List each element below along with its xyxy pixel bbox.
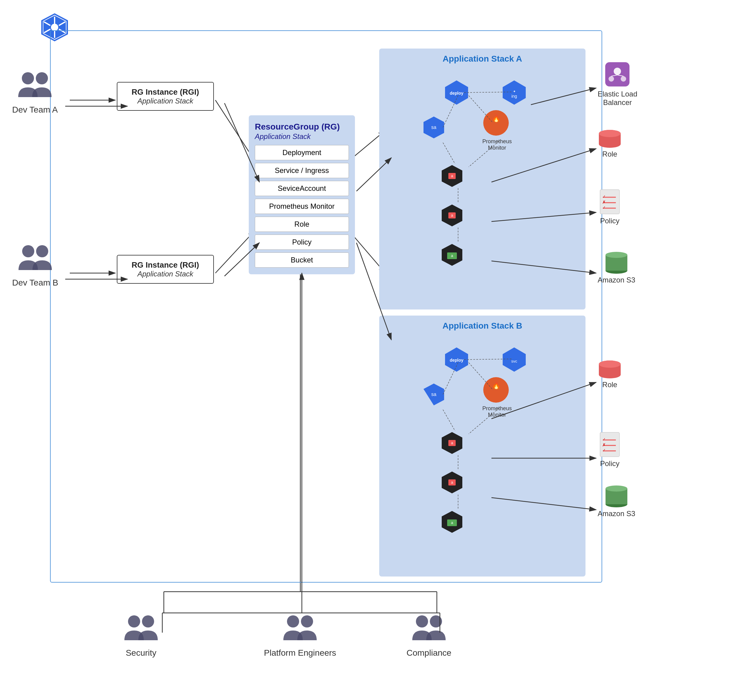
dev-team-b-label: Dev Team B	[12, 278, 58, 288]
svg-text:✓: ✓	[602, 448, 606, 453]
svg-line-93	[469, 408, 499, 434]
platform-engineers-label: Platform Engineers	[264, 648, 336, 658]
elastic-lb: Elastic LoadBalancer	[598, 61, 638, 107]
s3-b-label: Amazon S3	[598, 509, 635, 518]
security-team: Security	[121, 613, 161, 658]
svg-point-46	[36, 245, 48, 257]
role-a-label: Role	[602, 150, 617, 158]
svg-line-89	[464, 359, 513, 360]
compliance-team: Compliance	[407, 613, 451, 658]
resource-group-box: ResourceGroup (RG) Application Stack Dep…	[249, 115, 355, 274]
svg-line-69	[469, 141, 499, 167]
rgi-a-title: RG Instance (RGI)	[125, 87, 206, 97]
rg-item-service-ingress: Service / Ingress	[255, 163, 349, 178]
app-stack-a: Application Stack A deploy ✦ ing sa 🔥 Pr…	[379, 49, 586, 309]
svg-line-68	[443, 143, 455, 164]
rg-title: ResourceGroup (RG)	[255, 122, 349, 132]
svg-point-98	[608, 76, 614, 82]
platform-engineers-icon	[280, 613, 320, 646]
role-a: Role	[598, 128, 622, 158]
rg-item-policy: Policy	[255, 235, 349, 250]
svg-line-65	[464, 92, 513, 93]
svg-text:✓: ✓	[602, 437, 606, 442]
rg-subtitle: Application Stack	[255, 132, 349, 141]
security-icon	[121, 613, 161, 646]
compliance-label: Compliance	[407, 648, 451, 658]
dev-team-b: Dev Team B	[12, 243, 58, 288]
svg-point-43	[22, 72, 34, 84]
svg-text:✓: ✓	[602, 205, 606, 210]
dev-team-a: Dev Team A	[12, 70, 58, 115]
compliance-icon	[409, 613, 449, 646]
rg-item-deployment: Deployment	[255, 145, 349, 160]
dev-team-b-icon	[15, 243, 55, 276]
role-b: Role	[598, 358, 622, 389]
rg-item-service-account: SeviceAccount	[255, 181, 349, 196]
s3-b: Amazon S3	[598, 482, 635, 518]
svg-point-45	[22, 245, 34, 257]
svg-text:✓: ✓	[602, 194, 606, 199]
rgi-b-subtitle: Application Stack	[125, 270, 206, 278]
svg-point-129	[605, 485, 627, 491]
app-stack-b: Application Stack B deploy svc sa 🔥 Prom…	[379, 316, 586, 576]
policy-a-label: Policy	[600, 217, 620, 225]
platform-engineers-team: Platform Engineers	[264, 613, 336, 658]
svg-text:✗: ✗	[602, 443, 606, 447]
svg-point-105	[599, 130, 621, 137]
security-label: Security	[126, 648, 156, 658]
s3-a-label: Amazon S3	[598, 276, 635, 284]
svg-point-36	[51, 24, 58, 31]
svg-line-91	[469, 363, 493, 390]
elastic-lb-label: Elastic LoadBalancer	[598, 90, 638, 107]
svg-point-97	[614, 68, 621, 75]
policy-b-label: Policy	[600, 459, 620, 468]
svg-point-130	[128, 615, 140, 628]
rg-item-bucket: Bucket	[255, 253, 349, 268]
svg-point-135	[430, 615, 442, 628]
rg-item-prometheus-monitor: Prometheus Monitor	[255, 199, 349, 214]
svg-line-66	[443, 96, 458, 128]
svg-point-131	[142, 615, 154, 628]
svg-point-44	[36, 72, 48, 84]
role-b-label: Role	[602, 381, 617, 389]
policy-b: ✓ ✗ ✓ Policy	[598, 431, 622, 468]
svg-point-115	[605, 252, 627, 258]
rg-item-role: Role	[255, 217, 349, 232]
dev-team-a-label: Dev Team A	[12, 105, 58, 115]
dev-team-a-icon	[15, 70, 54, 103]
svg-line-67	[469, 96, 493, 123]
rgi-b-title: RG Instance (RGI)	[125, 260, 206, 270]
svg-text:✗: ✗	[602, 200, 606, 204]
rgi-a-subtitle: Application Stack	[125, 97, 206, 105]
svg-point-133	[301, 615, 313, 628]
svg-point-99	[621, 76, 626, 82]
svg-line-92	[443, 410, 455, 431]
rgi-box-a: RG Instance (RGI) Application Stack	[117, 82, 214, 111]
svg-point-132	[287, 615, 299, 628]
svg-point-119	[599, 360, 621, 368]
rgi-box-b: RG Instance (RGI) Application Stack	[117, 255, 214, 284]
svg-line-90	[443, 363, 458, 394]
svg-point-134	[416, 615, 428, 628]
policy-a: ✓ ✗ ✓ Policy	[598, 188, 622, 225]
s3-a: Amazon S3	[598, 249, 635, 284]
